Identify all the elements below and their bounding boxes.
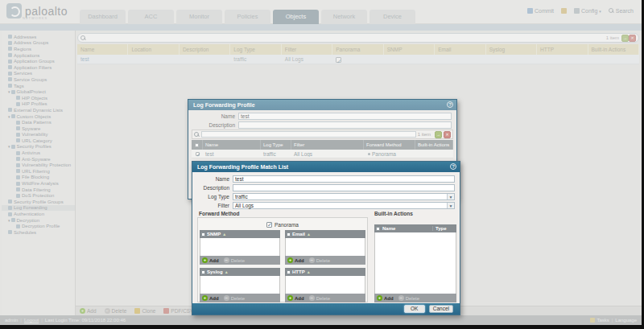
builtin-actions-table: Name Type +Add −Delete <box>374 224 456 302</box>
ok-button[interactable]: OK <box>404 305 425 313</box>
delete-label: Delete <box>316 258 330 263</box>
add-button[interactable]: +Add <box>202 295 219 301</box>
subtable-title: Email <box>292 232 305 236</box>
subtable-body <box>200 276 280 294</box>
log-type-row: Log Type traffic ▼ <box>192 192 455 200</box>
syslog-subtable: Syslog ▲ +Add −Delete <box>200 268 280 302</box>
chevron-down-icon: ▼ <box>447 203 454 208</box>
delete-button[interactable]: −Delete <box>224 295 245 301</box>
sort-asc-icon[interactable]: ▲ <box>307 269 311 274</box>
dialog-title: Log Forwarding Profile Match List <box>197 164 288 170</box>
cancel-button[interactable]: Cancel <box>429 305 453 313</box>
panorama-checkbox[interactable] <box>266 222 272 228</box>
filter-row: Filter All Logs ▼ <box>192 201 455 209</box>
add-button[interactable]: +Add <box>287 257 304 263</box>
subtable-body <box>285 276 365 294</box>
filter-select[interactable]: All Logs ▼ <box>233 202 455 209</box>
select-all-checkbox[interactable] <box>287 270 291 274</box>
delete-icon: − <box>398 295 404 301</box>
subtable-header: SNMP ▲ <box>200 230 280 238</box>
add-icon: + <box>202 295 208 301</box>
subtable-body <box>285 238 365 256</box>
subtable-footer: +Add −Delete <box>200 256 280 265</box>
panorama-option[interactable]: Panorama <box>197 221 368 228</box>
add-label: Add <box>209 296 219 301</box>
delete-button[interactable]: −Delete <box>309 295 330 301</box>
forward-method-group-label: Forward Method <box>199 211 240 216</box>
http-subtable: HTTP ▲ +Add −Delete <box>285 268 365 302</box>
subtable-footer: +Add −Delete <box>285 256 365 265</box>
delete-label: Delete <box>316 296 330 301</box>
pan-os-page: paloalto NETWORKS DashboardACCMonitorPol… <box>0 0 642 325</box>
description-field[interactable] <box>233 184 455 191</box>
builtin-table-header: Name Type <box>374 224 456 232</box>
log-type-value: traffic <box>233 194 447 199</box>
sort-asc-icon[interactable]: ▲ <box>222 232 226 236</box>
add-label: Add <box>295 296 304 301</box>
subtable-header: Email ▲ <box>285 230 365 238</box>
panorama-label: Panorama <box>275 222 299 228</box>
add-label: Add <box>209 258 219 263</box>
screen: paloalto NETWORKS DashboardACCMonitorPol… <box>0 0 644 329</box>
add-label: Add <box>295 258 304 263</box>
builtin-actions-group-label: Built-in Actions <box>374 211 413 216</box>
dialog-title-bar[interactable]: Log Forwarding Profile Match List ? <box>192 162 460 172</box>
description-row: Description <box>192 183 455 191</box>
delete-icon: − <box>224 257 229 263</box>
select-all-checkbox[interactable] <box>376 227 380 231</box>
log-type-label: Log Type <box>192 194 233 199</box>
snmp-subtable: SNMP ▲ +Add −Delete <box>200 230 280 265</box>
column-header[interactable]: Type <box>432 226 456 231</box>
subtable-title: Syslog <box>207 269 223 274</box>
delete-label: Delete <box>231 258 245 263</box>
subtable-footer: +Add −Delete <box>200 294 280 302</box>
add-label: Add <box>384 296 394 301</box>
subtable-title: SNMP <box>207 232 221 236</box>
delete-label: Delete <box>406 296 419 301</box>
log-type-select[interactable]: traffic ▼ <box>233 193 455 200</box>
subtable-body <box>200 238 280 256</box>
subtable-header: Syslog ▲ <box>200 268 280 276</box>
email-subtable: Email ▲ +Add −Delete <box>285 230 365 265</box>
filter-label: Filter <box>192 203 233 208</box>
column-header[interactable]: Name <box>380 226 432 231</box>
add-icon: + <box>287 295 293 301</box>
match-list-dialog: Log Forwarding Profile Match List ? Name… <box>192 161 460 315</box>
select-all-checkbox[interactable] <box>287 232 291 236</box>
dialog-footer: OK Cancel <box>192 303 460 315</box>
add-icon: + <box>202 257 208 263</box>
sort-asc-icon[interactable]: ▲ <box>225 269 229 274</box>
add-button[interactable]: +Add <box>377 295 394 301</box>
name-field[interactable] <box>233 175 455 183</box>
add-button[interactable]: +Add <box>287 295 304 301</box>
description-label: Description <box>192 185 233 191</box>
name-row: Name <box>192 175 455 183</box>
delete-label: Delete <box>231 296 245 301</box>
select-all-checkbox[interactable] <box>201 232 205 236</box>
delete-icon: − <box>224 295 229 301</box>
add-button[interactable]: +Add <box>202 257 219 263</box>
builtin-table-body <box>374 232 456 294</box>
sort-asc-icon[interactable]: ▲ <box>307 232 311 236</box>
chevron-down-icon: ▼ <box>447 194 454 199</box>
name-label: Name <box>192 176 233 182</box>
filter-value: All Logs <box>233 203 447 208</box>
builtin-table-footer: +Add −Delete <box>374 294 456 302</box>
help-icon[interactable]: ? <box>450 163 456 170</box>
delete-icon: − <box>309 295 315 301</box>
select-all-checkbox[interactable] <box>201 270 205 274</box>
add-icon: + <box>377 295 382 301</box>
subtable-footer: +Add −Delete <box>285 294 365 302</box>
add-icon: + <box>287 257 293 263</box>
subtable-title: HTTP <box>292 269 305 274</box>
subtable-header: HTTP ▲ <box>285 268 365 276</box>
delete-button[interactable]: −Delete <box>224 257 245 263</box>
delete-button[interactable]: −Delete <box>398 295 419 301</box>
delete-button[interactable]: −Delete <box>309 257 330 263</box>
delete-icon: − <box>309 257 315 263</box>
